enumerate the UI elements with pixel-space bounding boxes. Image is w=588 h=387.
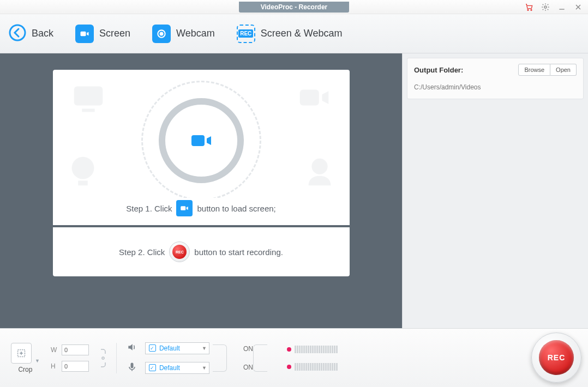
- mic-level-meter: [287, 363, 338, 371]
- chevron-down-icon: ▼: [202, 365, 207, 371]
- svg-rect-14: [78, 181, 88, 186]
- audio-group: ✓ Default ▼ ✓ Default ▼: [127, 342, 209, 374]
- speaker-device-select[interactable]: ✓ Default ▼: [145, 342, 209, 354]
- audio-bracket-icon: [213, 344, 227, 372]
- gear-icon[interactable]: [540, 2, 551, 13]
- mic-on-label: ON: [243, 364, 253, 371]
- camera-icon: [75, 25, 94, 43]
- webcam-mode-button[interactable]: Webcam: [152, 25, 215, 43]
- step1-pre: Step 1. Click: [126, 204, 172, 213]
- app-title: VideoProc - Recorder: [239, 2, 349, 13]
- record-button-label: REC: [539, 340, 574, 375]
- record-button[interactable]: REC: [531, 332, 581, 383]
- svg-point-15: [311, 159, 327, 174]
- rec-badge-icon: REC: [237, 25, 255, 43]
- webcam-icon: [152, 25, 171, 43]
- dimensions-group: W H: [51, 344, 89, 372]
- width-input[interactable]: [62, 344, 89, 355]
- svg-rect-22: [130, 362, 133, 368]
- speaker-device-value: Default: [159, 344, 180, 352]
- close-button[interactable]: [573, 2, 584, 13]
- svg-rect-10: [74, 87, 103, 106]
- speaker-checkbox-icon: ✓: [149, 344, 156, 352]
- step2-post: button to start recording.: [194, 247, 283, 257]
- crop-button[interactable]: [11, 343, 32, 364]
- height-label: H: [51, 362, 58, 370]
- svg-point-2: [544, 6, 547, 8]
- output-folder-card: Output Folder: Browse Open C:/Users/admi…: [407, 58, 584, 99]
- back-arrow-icon: [9, 24, 26, 44]
- browse-button[interactable]: Browse: [518, 64, 550, 76]
- cart-icon[interactable]: [524, 2, 535, 13]
- step1-post: button to load screen;: [197, 204, 275, 213]
- open-button[interactable]: Open: [550, 64, 577, 76]
- speaker-level-meter: [287, 346, 338, 353]
- minimize-button[interactable]: [556, 2, 567, 13]
- svg-rect-17: [181, 206, 186, 210]
- screen-mode-button[interactable]: Screen: [75, 25, 130, 43]
- svg-rect-16: [191, 135, 205, 146]
- svg-point-13: [71, 157, 94, 179]
- screen-and-webcam-button[interactable]: REC Screen & Webcam: [237, 25, 343, 43]
- height-input[interactable]: [62, 361, 89, 372]
- screen-label: Screen: [99, 28, 130, 39]
- chevron-down-icon: ▼: [202, 346, 207, 351]
- step2-pre: Step 2. Click: [119, 247, 165, 257]
- svg-rect-7: [81, 31, 86, 35]
- step1-camera-icon: [176, 200, 193, 216]
- meter-bracket-icon: [253, 344, 267, 372]
- svg-rect-12: [299, 89, 319, 105]
- output-folder-path: C:/Users/admin/Videos: [414, 83, 577, 91]
- svg-point-0: [527, 9, 529, 10]
- svg-point-21: [102, 357, 104, 359]
- step-1-line: Step 1. Click button to load screen;: [121, 198, 281, 219]
- svg-rect-11: [82, 108, 94, 112]
- instructions-card-1: Step 1. Click button to load screen;: [53, 70, 350, 225]
- mic-checkbox-icon: ✓: [149, 364, 156, 371]
- back-label: Back: [32, 28, 53, 39]
- mic-icon: [127, 361, 139, 374]
- crop-dropdown-icon[interactable]: ▼: [35, 358, 40, 364]
- mic-device-value: Default: [159, 364, 180, 372]
- bottom-bar: ▼ Crop W H ✓ Default ▼ ✓ D: [0, 328, 588, 387]
- screen-webcam-label: Screen & Webcam: [261, 28, 343, 39]
- webcam-label: Webcam: [176, 28, 215, 39]
- output-folder-label: Output Folder:: [414, 66, 463, 74]
- back-button[interactable]: Back: [9, 24, 53, 44]
- speaker-on-label: ON: [243, 345, 253, 353]
- mic-device-select[interactable]: ✓ Default ▼: [145, 362, 209, 374]
- toolbar: Back Screen Webcam REC Screen & Webcam: [0, 14, 588, 53]
- step-2-line: Step 2. Click REC button to start record…: [113, 239, 289, 264]
- stage-area: Step 1. Click button to load screen; Ste…: [0, 53, 402, 328]
- instructions-card-2: Step 2. Click REC button to start record…: [53, 227, 350, 276]
- crop-label: Crop: [18, 366, 32, 373]
- link-dimensions-icon[interactable]: [100, 346, 106, 370]
- svg-point-9: [160, 32, 163, 35]
- titlebar: VideoProc - Recorder: [0, 0, 588, 14]
- stage-illustration: [141, 81, 261, 201]
- side-panel: Output Folder: Browse Open C:/Users/admi…: [402, 53, 588, 328]
- width-label: W: [51, 346, 58, 354]
- svg-point-1: [531, 9, 532, 10]
- speaker-icon: [127, 342, 139, 355]
- step2-rec-icon: REC: [169, 241, 190, 262]
- svg-point-6: [10, 25, 25, 40]
